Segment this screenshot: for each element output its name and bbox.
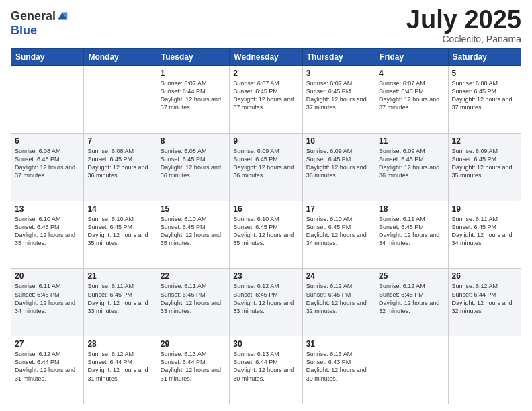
day-header-monday: Monday [84, 49, 157, 66]
calendar-cell: 12Sunrise: 6:09 AM Sunset: 6:45 PM Dayli… [448, 133, 521, 201]
day-number: 29 [161, 339, 226, 349]
calendar-header-row: SundayMondayTuesdayWednesdayThursdayFrid… [11, 49, 521, 66]
day-header-thursday: Thursday [302, 49, 375, 66]
calendar-cell: 24Sunrise: 6:12 AM Sunset: 6:45 PM Dayli… [302, 269, 375, 336]
calendar-cell: 22Sunrise: 6:11 AM Sunset: 6:45 PM Dayli… [157, 269, 229, 336]
day-number: 15 [161, 204, 226, 214]
day-number: 10 [306, 136, 371, 146]
calendar-cell: 20Sunrise: 6:11 AM Sunset: 6:45 PM Dayli… [11, 269, 84, 336]
calendar-cell: 10Sunrise: 6:09 AM Sunset: 6:45 PM Dayli… [302, 133, 375, 201]
day-info: Sunrise: 6:07 AM Sunset: 6:44 PM Dayligh… [161, 79, 226, 112]
calendar-cell [84, 66, 157, 134]
calendar-cell: 30Sunrise: 6:13 AM Sunset: 6:44 PM Dayli… [230, 336, 302, 404]
calendar-cell: 28Sunrise: 6:12 AM Sunset: 6:44 PM Dayli… [84, 336, 157, 404]
day-number: 20 [15, 271, 80, 281]
calendar-cell: 14Sunrise: 6:10 AM Sunset: 6:45 PM Dayli… [84, 201, 157, 269]
calendar-week-4: 20Sunrise: 6:11 AM Sunset: 6:45 PM Dayli… [11, 269, 521, 336]
day-number: 18 [379, 204, 444, 214]
day-info: Sunrise: 6:07 AM Sunset: 6:45 PM Dayligh… [306, 79, 371, 112]
calendar-cell: 13Sunrise: 6:10 AM Sunset: 6:45 PM Dayli… [11, 201, 84, 269]
day-number: 2 [233, 68, 298, 78]
day-info: Sunrise: 6:08 AM Sunset: 6:45 PM Dayligh… [15, 147, 80, 180]
day-info: Sunrise: 6:10 AM Sunset: 6:45 PM Dayligh… [161, 215, 226, 248]
calendar-cell: 23Sunrise: 6:12 AM Sunset: 6:45 PM Dayli… [230, 269, 302, 336]
calendar-cell: 29Sunrise: 6:13 AM Sunset: 6:44 PM Dayli… [157, 336, 229, 404]
day-info: Sunrise: 6:11 AM Sunset: 6:45 PM Dayligh… [161, 282, 226, 315]
day-number: 28 [87, 339, 152, 349]
calendar-title: July 2025 [406, 7, 521, 32]
logo-general-text: General [11, 9, 56, 24]
day-info: Sunrise: 6:11 AM Sunset: 6:45 PM Dayligh… [87, 282, 152, 315]
calendar-cell: 9Sunrise: 6:09 AM Sunset: 6:45 PM Daylig… [230, 133, 302, 201]
day-info: Sunrise: 6:09 AM Sunset: 6:45 PM Dayligh… [306, 147, 371, 180]
day-number: 16 [233, 204, 298, 214]
day-info: Sunrise: 6:08 AM Sunset: 6:45 PM Dayligh… [87, 147, 152, 180]
day-info: Sunrise: 6:07 AM Sunset: 6:45 PM Dayligh… [379, 79, 444, 112]
day-number: 9 [233, 136, 298, 146]
day-info: Sunrise: 6:10 AM Sunset: 6:45 PM Dayligh… [233, 215, 298, 248]
day-number: 24 [306, 271, 371, 281]
day-number: 27 [15, 339, 80, 349]
calendar-week-5: 27Sunrise: 6:12 AM Sunset: 6:44 PM Dayli… [11, 336, 521, 404]
day-header-friday: Friday [375, 49, 448, 66]
logo-blue-text: Blue [11, 24, 37, 38]
calendar-cell: 18Sunrise: 6:11 AM Sunset: 6:45 PM Dayli… [375, 201, 448, 269]
day-number: 14 [87, 204, 152, 214]
calendar-cell: 27Sunrise: 6:12 AM Sunset: 6:44 PM Dayli… [11, 336, 84, 404]
day-info: Sunrise: 6:12 AM Sunset: 6:45 PM Dayligh… [233, 282, 298, 315]
calendar-week-3: 13Sunrise: 6:10 AM Sunset: 6:45 PM Dayli… [11, 201, 521, 269]
logo-icon [56, 10, 69, 22]
day-number: 8 [161, 136, 226, 146]
calendar-cell: 19Sunrise: 6:11 AM Sunset: 6:45 PM Dayli… [448, 201, 521, 269]
day-info: Sunrise: 6:12 AM Sunset: 6:44 PM Dayligh… [452, 282, 517, 315]
day-info: Sunrise: 6:13 AM Sunset: 6:44 PM Dayligh… [161, 350, 226, 383]
day-info: Sunrise: 6:12 AM Sunset: 6:44 PM Dayligh… [15, 350, 80, 383]
calendar-week-1: 1Sunrise: 6:07 AM Sunset: 6:44 PM Daylig… [11, 66, 521, 134]
day-info: Sunrise: 6:07 AM Sunset: 6:45 PM Dayligh… [233, 79, 298, 112]
day-info: Sunrise: 6:12 AM Sunset: 6:45 PM Dayligh… [379, 282, 444, 315]
calendar-cell [375, 336, 448, 404]
calendar-cell: 11Sunrise: 6:09 AM Sunset: 6:45 PM Dayli… [375, 133, 448, 201]
day-info: Sunrise: 6:08 AM Sunset: 6:45 PM Dayligh… [161, 147, 226, 180]
day-number: 19 [452, 204, 517, 214]
calendar-cell [448, 336, 521, 404]
day-info: Sunrise: 6:11 AM Sunset: 6:45 PM Dayligh… [379, 215, 444, 248]
calendar-cell: 4Sunrise: 6:07 AM Sunset: 6:45 PM Daylig… [375, 66, 448, 134]
header: General Blue July 2025 Coclecito, Panama [11, 7, 521, 44]
day-number: 13 [15, 204, 80, 214]
calendar-cell: 5Sunrise: 6:08 AM Sunset: 6:45 PM Daylig… [448, 66, 521, 134]
day-info: Sunrise: 6:09 AM Sunset: 6:45 PM Dayligh… [233, 147, 298, 180]
calendar-cell: 7Sunrise: 6:08 AM Sunset: 6:45 PM Daylig… [84, 133, 157, 201]
calendar-location: Coclecito, Panama [406, 34, 521, 44]
calendar-cell: 26Sunrise: 6:12 AM Sunset: 6:44 PM Dayli… [448, 269, 521, 336]
day-header-tuesday: Tuesday [157, 49, 229, 66]
logo: General Blue [11, 9, 69, 38]
day-number: 23 [233, 271, 298, 281]
day-info: Sunrise: 6:10 AM Sunset: 6:45 PM Dayligh… [15, 215, 80, 248]
day-number: 4 [379, 68, 444, 78]
title-block: July 2025 Coclecito, Panama [406, 7, 521, 44]
day-number: 26 [452, 271, 517, 281]
day-info: Sunrise: 6:12 AM Sunset: 6:44 PM Dayligh… [87, 350, 152, 383]
day-info: Sunrise: 6:10 AM Sunset: 6:45 PM Dayligh… [87, 215, 152, 248]
calendar-cell: 16Sunrise: 6:10 AM Sunset: 6:45 PM Dayli… [230, 201, 302, 269]
day-info: Sunrise: 6:09 AM Sunset: 6:45 PM Dayligh… [379, 147, 444, 180]
day-number: 25 [379, 271, 444, 281]
calendar-cell: 17Sunrise: 6:10 AM Sunset: 6:45 PM Dayli… [302, 201, 375, 269]
day-info: Sunrise: 6:13 AM Sunset: 6:43 PM Dayligh… [306, 350, 371, 383]
calendar-cell: 8Sunrise: 6:08 AM Sunset: 6:45 PM Daylig… [157, 133, 229, 201]
day-number: 30 [233, 339, 298, 349]
calendar-cell [11, 66, 84, 134]
day-info: Sunrise: 6:11 AM Sunset: 6:45 PM Dayligh… [15, 282, 80, 315]
day-info: Sunrise: 6:09 AM Sunset: 6:45 PM Dayligh… [452, 147, 517, 180]
day-number: 7 [87, 136, 152, 146]
day-info: Sunrise: 6:12 AM Sunset: 6:45 PM Dayligh… [306, 282, 371, 315]
day-header-sunday: Sunday [11, 49, 84, 66]
calendar-cell: 25Sunrise: 6:12 AM Sunset: 6:45 PM Dayli… [375, 269, 448, 336]
calendar-cell: 21Sunrise: 6:11 AM Sunset: 6:45 PM Dayli… [84, 269, 157, 336]
day-number: 6 [15, 136, 80, 146]
day-number: 12 [452, 136, 517, 146]
day-number: 21 [87, 271, 152, 281]
calendar-cell: 6Sunrise: 6:08 AM Sunset: 6:45 PM Daylig… [11, 133, 84, 201]
day-info: Sunrise: 6:08 AM Sunset: 6:45 PM Dayligh… [452, 79, 517, 112]
